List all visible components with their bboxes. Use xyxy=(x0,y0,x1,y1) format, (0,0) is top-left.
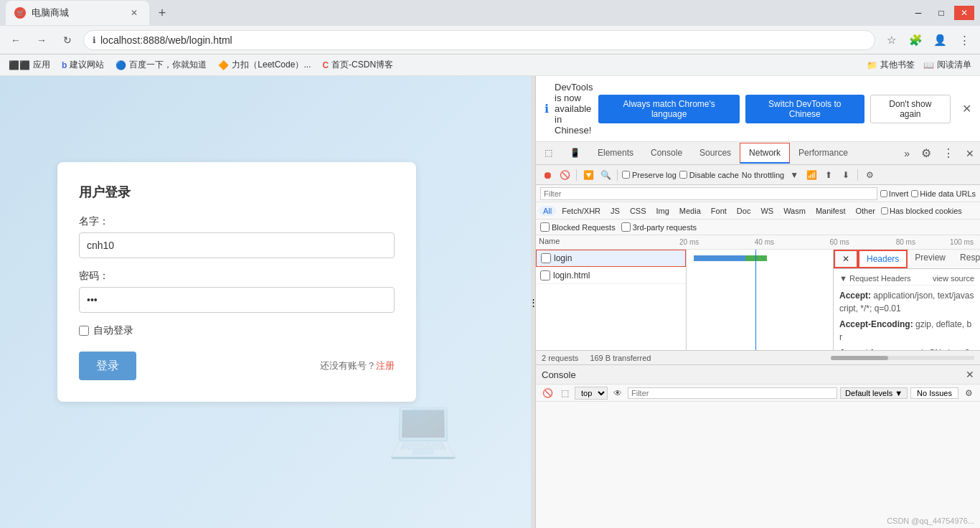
devtools-more-icon[interactable]: ⋮ xyxy=(937,146,960,160)
filter-img[interactable]: Img xyxy=(652,206,674,216)
req-tab-close[interactable]: ✕ xyxy=(834,250,858,268)
network-row-login[interactable]: login xyxy=(536,250,686,267)
third-party-check[interactable] xyxy=(621,222,631,232)
hide-data-urls-check[interactable] xyxy=(911,190,918,197)
network-row-login-html[interactable]: login.html xyxy=(536,267,686,284)
filter-fetch-xhr[interactable]: Fetch/XHR xyxy=(557,206,605,216)
refresh-button[interactable]: ↻ xyxy=(57,30,77,50)
preserve-log-checkbox[interactable]: Preserve log xyxy=(622,171,677,179)
profile-icon[interactable]: 🧩 xyxy=(905,30,925,50)
tab-console[interactable]: Console xyxy=(642,143,691,164)
blocked-check[interactable] xyxy=(540,222,550,232)
has-blocked-cookies-checkbox[interactable]: Has blocked cookies xyxy=(881,207,962,215)
bookmark-jianyi[interactable]: b 建议网站 xyxy=(62,59,104,71)
bookmark-leetcode[interactable]: 🔶 力扣（LeetCode）... xyxy=(218,59,311,71)
filter-ws[interactable]: WS xyxy=(756,206,778,216)
devtools-settings-icon[interactable]: ⚙ xyxy=(915,146,937,160)
record-button[interactable]: ⏺ xyxy=(540,168,555,182)
banner-close-icon[interactable]: ✕ xyxy=(962,102,971,116)
req-tab-preview[interactable]: Preview xyxy=(908,250,953,268)
browser-tab[interactable]: 🛒 电脑商城 ✕ xyxy=(6,1,149,25)
row-checkbox-login-html[interactable] xyxy=(540,270,550,280)
disable-cache-checkbox[interactable]: Disable cache xyxy=(679,171,739,179)
bookmark-apps[interactable]: ⬛⬛ 应用 xyxy=(9,59,50,71)
clear-button[interactable]: 🚫 xyxy=(557,168,572,182)
tab-performance[interactable]: Performance xyxy=(790,143,857,164)
console-eye-icon[interactable]: 👁 xyxy=(611,386,625,400)
close-button[interactable]: ✕ xyxy=(954,6,974,20)
filter-manifest[interactable]: Manifest xyxy=(811,206,850,216)
disable-cache-check[interactable] xyxy=(679,171,687,179)
name-input[interactable] xyxy=(79,232,395,258)
invert-checkbox[interactable]: Invert xyxy=(880,189,909,198)
online-icon[interactable]: 📶 xyxy=(804,168,819,182)
devtools-more-tabs[interactable]: » xyxy=(898,148,915,159)
view-source-link[interactable]: view source xyxy=(933,274,974,283)
throttling-dropdown[interactable]: ▼ xyxy=(787,168,801,182)
console-settings-icon[interactable]: ⚙ xyxy=(961,386,976,400)
devtools-close-button[interactable]: ✕ xyxy=(960,148,980,159)
back-button[interactable]: ← xyxy=(6,30,26,50)
console-levels-button[interactable]: Default levels ▼ xyxy=(840,387,908,399)
tab-sources[interactable]: Sources xyxy=(691,143,740,164)
req-tab-headers[interactable]: Headers xyxy=(858,250,908,268)
settings-gear-icon[interactable]: ⚙ xyxy=(862,168,877,182)
search-button[interactable]: 🔍 xyxy=(598,168,613,182)
preserve-log-check[interactable] xyxy=(622,171,630,179)
filter-button[interactable]: 🔽 xyxy=(581,168,595,182)
bookmark-other[interactable]: 📁 其他书签 xyxy=(867,59,915,71)
import-button[interactable]: ⬆ xyxy=(821,168,836,182)
menu-icon[interactable]: ⋮ xyxy=(954,30,974,50)
filter-wasm[interactable]: Wasm xyxy=(779,206,810,216)
forward-button[interactable]: → xyxy=(32,30,52,50)
url-bar[interactable]: ℹ localhost:8888/web/login.html xyxy=(83,30,875,50)
dont-show-button[interactable]: Don't show again xyxy=(870,95,951,123)
login-button[interactable]: 登录 xyxy=(79,352,136,380)
horizontal-scrollbar[interactable] xyxy=(831,356,974,360)
bookmark-csdn[interactable]: C 首页-CSDN博客 xyxy=(322,59,393,71)
hide-data-urls-checkbox[interactable]: Hide data URLs xyxy=(911,189,976,198)
always-match-button[interactable]: Always match Chrome's language xyxy=(598,95,739,123)
filter-media[interactable]: Media xyxy=(675,206,705,216)
extensions-icon[interactable]: 👤 xyxy=(930,30,950,50)
has-blocked-cookies-check[interactable] xyxy=(881,207,888,214)
console-close-button[interactable]: ✕ xyxy=(966,369,974,380)
filter-css[interactable]: CSS xyxy=(626,206,651,216)
status-bar: 2 requests 169 B transferred xyxy=(536,350,980,364)
tab-elements[interactable]: Elements xyxy=(589,143,642,164)
filter-all[interactable]: All xyxy=(539,206,556,216)
password-label: 密码： xyxy=(79,270,395,283)
console-issues-button[interactable]: No Issues xyxy=(910,387,958,399)
console-toggle-icon[interactable]: ⬚ xyxy=(557,386,572,400)
row-checkbox-login[interactable] xyxy=(541,253,551,263)
filter-input[interactable] xyxy=(540,187,877,200)
req-tab-response[interactable]: Response xyxy=(953,250,980,268)
bookmark-reading[interactable]: 📖 阅读清单 xyxy=(923,59,971,71)
toolbar-divider-3 xyxy=(857,169,858,181)
tab-close-button[interactable]: ✕ xyxy=(128,6,141,19)
maximize-button[interactable]: □ xyxy=(931,6,951,20)
invert-check[interactable] xyxy=(880,190,887,197)
console-filter-input[interactable] xyxy=(628,387,837,399)
third-party-checkbox[interactable]: 3rd-party requests xyxy=(621,222,697,232)
console-clear-icon[interactable]: 🚫 xyxy=(540,386,555,400)
filter-font[interactable]: Font xyxy=(707,206,731,216)
tab-device-icon[interactable]: 📱 xyxy=(561,143,589,164)
bookmark-icon[interactable]: ☆ xyxy=(881,30,901,50)
blocked-requests-checkbox[interactable]: Blocked Requests xyxy=(540,222,616,232)
filter-doc[interactable]: Doc xyxy=(732,206,755,216)
browser-window: 🛒 电脑商城 ✕ + ─ □ ✕ ← → ↻ ℹ localhost:8888/… xyxy=(0,0,980,528)
auto-login-checkbox[interactable] xyxy=(79,326,89,336)
switch-devtools-button[interactable]: Switch DevTools to Chinese xyxy=(745,95,864,123)
tab-network[interactable]: Network xyxy=(740,143,790,164)
filter-js[interactable]: JS xyxy=(606,206,624,216)
bookmark-baidu[interactable]: 🔵 百度一下，你就知道 xyxy=(116,59,207,71)
tab-cursor-icon[interactable]: ⬚ xyxy=(536,143,561,164)
export-button[interactable]: ⬇ xyxy=(839,168,853,182)
password-input[interactable] xyxy=(79,287,395,313)
console-context-select[interactable]: top xyxy=(575,387,608,400)
blocked-bar: Blocked Requests 3rd-party requests xyxy=(536,220,980,235)
new-tab-button[interactable]: + xyxy=(152,3,172,23)
minimize-button[interactable]: ─ xyxy=(908,6,928,20)
filter-other[interactable]: Other xyxy=(851,206,880,216)
